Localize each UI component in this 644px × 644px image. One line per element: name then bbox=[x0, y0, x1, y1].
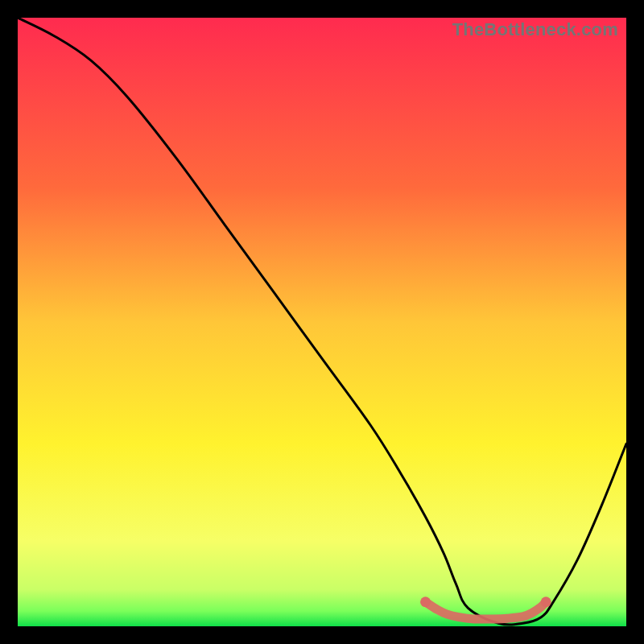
watermark-text: TheBottleneck.com bbox=[452, 19, 618, 40]
chart-frame: TheBottleneck.com bbox=[18, 18, 626, 626]
gradient-background bbox=[18, 18, 626, 626]
chart-plot bbox=[18, 18, 626, 626]
valley-end-dot bbox=[541, 597, 551, 607]
valley-end-dot bbox=[420, 597, 431, 607]
